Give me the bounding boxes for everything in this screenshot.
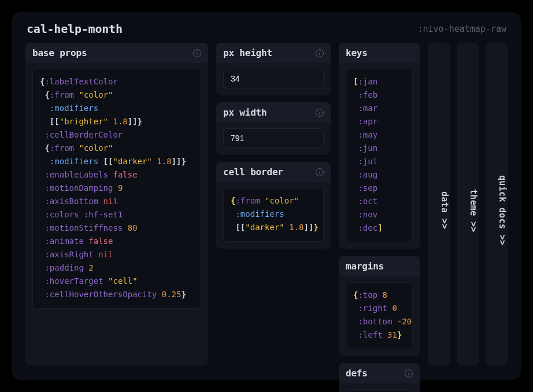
info-icon[interactable]: [316, 49, 324, 57]
card-body-keys: [:jan :feb :mar :apr :may :jun :jul :aug…: [339, 63, 420, 249]
component-name: :nivo-heatmap-raw: [417, 24, 506, 34]
page-title: cal-help-month: [27, 22, 123, 36]
page-root: cal-help-month :nivo-heatmap-raw base pr…: [12, 12, 521, 380]
tab-theme[interactable]: theme >>: [457, 43, 479, 365]
card-margins: margins {:top 8 :right 0 :bottom -20 :le…: [339, 256, 420, 356]
card-body-px-width: [216, 123, 331, 155]
card-title-cell-border: cell border: [223, 167, 283, 177]
card-px-height: px height: [216, 43, 331, 95]
col-base-props: base props {:labelTextColor {:from "colo…: [25, 43, 208, 365]
card-head-px-width: px width: [216, 102, 331, 123]
code-cell-border[interactable]: {:from "color" :modifiers [["darker" 1.8…: [223, 188, 324, 242]
code-margins[interactable]: {:top 8 :right 0 :bottom -20 :left 31}: [346, 282, 413, 349]
col-middle: px height px width cell border: [216, 43, 331, 365]
card-title-defs: defs: [346, 368, 368, 379]
card-title-keys: keys: [346, 47, 368, 58]
tab-quick-docs[interactable]: quick docs >>: [486, 43, 508, 365]
card-head-margins: margins: [339, 256, 420, 276]
card-title-px-height: px height: [223, 47, 272, 58]
card-head-defs: defs: [339, 363, 420, 383]
side-tabs: data >> theme >> quick docs >>: [428, 43, 508, 365]
columns: base props {:labelTextColor {:from "colo…: [25, 43, 508, 365]
card-keys: keys [:jan :feb :mar :apr :may :jun :jul…: [339, 43, 420, 249]
card-body-defs: [339, 383, 420, 392]
card-body-cell-border: {:from "color" :modifiers [["darker" 1.8…: [216, 182, 331, 249]
card-body-base-props: {:labelTextColor {:from "color" :modifie…: [25, 63, 208, 316]
card-px-width: px width: [216, 102, 331, 155]
col-right: keys [:jan :feb :mar :apr :may :jun :jul…: [339, 43, 420, 365]
card-head-keys: keys: [339, 43, 420, 63]
card-title-margins: margins: [346, 261, 384, 272]
info-icon[interactable]: [316, 168, 324, 176]
card-head-px-height: px height: [216, 43, 331, 63]
card-cell-border: cell border {:from "color" :modifiers [[…: [216, 162, 331, 249]
px-height-input[interactable]: [223, 69, 324, 88]
defs-input[interactable]: [346, 389, 413, 392]
page-header: cal-help-month :nivo-heatmap-raw: [25, 22, 508, 36]
card-head-cell-border: cell border: [216, 162, 331, 182]
info-icon[interactable]: [405, 369, 413, 378]
card-base-props: base props {:labelTextColor {:from "colo…: [25, 43, 208, 365]
px-width-input[interactable]: [223, 128, 324, 148]
card-body-px-height: [216, 63, 331, 95]
info-icon[interactable]: [193, 49, 201, 57]
code-base-props[interactable]: {:labelTextColor {:from "color" :modifie…: [32, 69, 201, 309]
card-head-base-props: base props: [25, 43, 208, 63]
card-defs: defs: [339, 363, 420, 392]
card-title-base-props: base props: [32, 47, 87, 58]
card-body-margins: {:top 8 :right 0 :bottom -20 :left 31}: [339, 276, 420, 356]
info-icon[interactable]: [316, 109, 324, 117]
code-keys[interactable]: [:jan :feb :mar :apr :may :jun :jul :aug…: [346, 69, 413, 242]
tab-data[interactable]: data >>: [428, 43, 450, 365]
card-title-px-width: px width: [223, 107, 266, 118]
